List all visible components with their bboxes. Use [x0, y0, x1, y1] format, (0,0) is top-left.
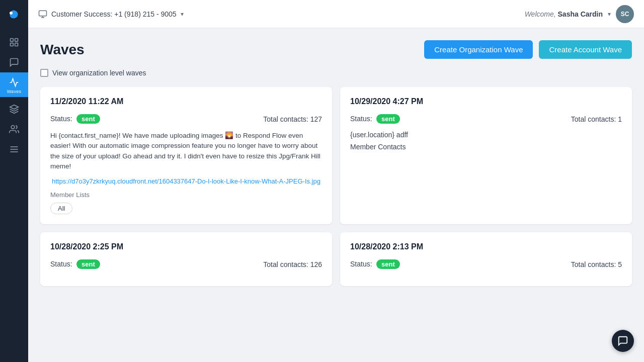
topbar-right: Welcome, Sasha Cardin ▾ SC	[525, 5, 634, 23]
wave-card-3: 10/28/2020 2:25 PM Status: sent Total co…	[40, 232, 332, 286]
wave-card-4: 10/28/2020 2:13 PM Status: sent Total co…	[340, 232, 632, 286]
wave-date-2: 10/29/2020 4:27 PM	[350, 97, 622, 106]
filter-row: View organization level waves	[40, 69, 632, 77]
content-area: Waves Create Organization Wave Create Ac…	[28, 28, 644, 362]
wave-meta-3: Status: sent Total contacts: 126	[50, 259, 322, 269]
wave-meta-4: Status: sent Total contacts: 5	[350, 259, 622, 269]
create-organization-wave-button[interactable]: Create Organization Wave	[424, 40, 533, 59]
sidebar-item-menu[interactable]	[0, 139, 28, 157]
wave-meta-2: Status: sent Total contacts: 1	[350, 114, 622, 124]
wave-date-1: 11/2/2020 11:22 AM	[50, 97, 322, 106]
svg-rect-3	[15, 39, 18, 42]
sidebar-item-waves-label: Waves	[7, 89, 22, 94]
svg-rect-2	[11, 39, 14, 42]
wave-body-1: Hi {contact.first_name}! We have made up…	[50, 131, 322, 171]
status-badge-4: sent	[376, 259, 400, 269]
monitor-icon	[38, 10, 47, 19]
svg-rect-11	[39, 11, 47, 16]
sidebar-nav: Waves	[0, 32, 28, 157]
main-content: Customer Success: +1 (918) 215 - 9005 ▾ …	[28, 0, 644, 362]
status-label-3: Status:	[50, 260, 72, 268]
svg-marker-6	[10, 105, 19, 109]
wave-meta-1: Status: sent Total contacts: 127	[50, 114, 322, 124]
page-header: Waves Create Organization Wave Create Ac…	[40, 40, 632, 59]
avatar[interactable]: SC	[616, 5, 634, 23]
sidebar: Waves	[0, 0, 28, 362]
create-account-wave-button[interactable]: Create Account Wave	[539, 40, 632, 59]
topbar-left: Customer Success: +1 (918) 215 - 9005 ▾	[38, 10, 184, 19]
wave-date-4: 10/28/2020 2:13 PM	[350, 242, 622, 251]
page-title: Waves	[40, 42, 85, 58]
welcome-prefix: Welcome,	[525, 10, 556, 18]
topbar: Customer Success: +1 (918) 215 - 9005 ▾ …	[28, 0, 644, 28]
user-name: Sasha Cardin	[558, 10, 603, 18]
user-chevron-icon[interactable]: ▾	[608, 11, 611, 18]
sidebar-item-waves[interactable]: Waves	[0, 72, 28, 97]
sidebar-item-layers[interactable]	[0, 99, 28, 117]
total-contacts-2: Total contacts: 1	[571, 115, 622, 123]
wave-url-1: https://d7o3y7zkrkyuq.cloudfront.net/160…	[50, 177, 322, 185]
svg-rect-5	[15, 43, 18, 46]
wave-section-label-1: Member Lists	[50, 191, 322, 199]
org-level-waves-checkbox[interactable]	[40, 69, 48, 77]
status-label-1: Status:	[50, 115, 72, 123]
svg-point-1	[10, 12, 13, 15]
svg-rect-4	[11, 43, 14, 46]
chat-bubble-icon	[617, 335, 628, 346]
status-badge-1: sent	[76, 114, 100, 124]
sidebar-item-chat[interactable]	[0, 52, 28, 70]
wave-card-1: 11/2/2020 11:22 AM Status: sent Total co…	[40, 87, 332, 224]
waves-grid: 11/2/2020 11:22 AM Status: sent Total co…	[40, 87, 632, 286]
wave-card-2: 10/29/2020 4:27 PM Status: sent Total co…	[340, 87, 632, 224]
status-badge-2: sent	[376, 114, 400, 124]
svg-point-7	[11, 126, 15, 129]
filter-label: View organization level waves	[52, 69, 146, 77]
sidebar-item-users[interactable]	[0, 119, 28, 137]
wave-date-3: 10/28/2020 2:25 PM	[50, 242, 322, 251]
total-contacts-3: Total contacts: 126	[263, 260, 322, 268]
status-badge-3: sent	[76, 259, 100, 269]
wave-tag-1[interactable]: All	[50, 203, 72, 214]
header-actions: Create Organization Wave Create Account …	[424, 40, 632, 59]
wave-location-2: {user.location} adff	[350, 131, 622, 139]
sidebar-item-dashboard[interactable]	[0, 32, 28, 50]
status-label-4: Status:	[350, 260, 372, 268]
total-contacts-4: Total contacts: 5	[571, 260, 622, 268]
wave-contacts-type-2: Member Contacts	[350, 143, 622, 151]
welcome-text: Welcome, Sasha Cardin	[525, 10, 603, 18]
app-logo[interactable]	[0, 0, 28, 28]
phone-number: Customer Success: +1 (918) 215 - 9005	[51, 10, 177, 18]
chat-bubble-button[interactable]	[612, 330, 634, 352]
status-label-2: Status:	[350, 115, 372, 123]
total-contacts-1: Total contacts: 127	[263, 115, 322, 123]
phone-chevron-icon[interactable]: ▾	[181, 11, 184, 18]
